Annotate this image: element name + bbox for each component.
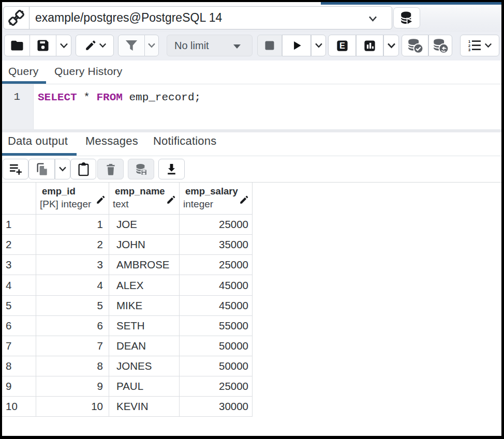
svg-text:3: 3 [468, 48, 470, 52]
svg-text:E: E [339, 41, 345, 50]
